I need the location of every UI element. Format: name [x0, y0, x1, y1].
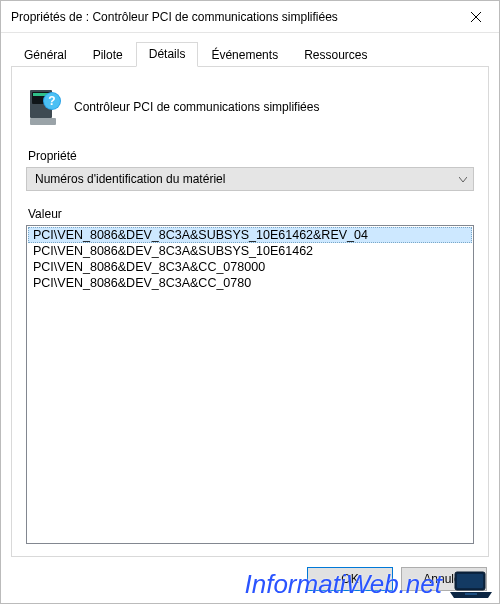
device-header: ? Contrôleur PCI de communications simpl… [28, 87, 472, 127]
close-icon [471, 12, 481, 22]
property-combobox[interactable]: Numéros d'identification du matériel [26, 167, 474, 191]
device-icon: ? [28, 87, 62, 127]
list-item[interactable]: PCI\VEN_8086&DEV_8C3A&SUBSYS_10E61462&RE… [28, 227, 472, 243]
list-item[interactable]: PCI\VEN_8086&DEV_8C3A&SUBSYS_10E61462 [28, 243, 472, 259]
svg-text:?: ? [48, 94, 55, 108]
property-label: Propriété [28, 149, 474, 163]
client-area: Général Pilote Détails Événements Ressou… [1, 33, 499, 603]
chevron-down-icon [459, 172, 467, 186]
close-button[interactable] [453, 1, 499, 32]
tab-general[interactable]: Général [11, 43, 80, 67]
property-selected-value: Numéros d'identification du matériel [35, 172, 225, 186]
ok-button[interactable]: OK [307, 567, 393, 591]
list-item[interactable]: PCI\VEN_8086&DEV_8C3A&CC_0780 [28, 275, 472, 291]
tab-driver[interactable]: Pilote [80, 43, 136, 67]
tab-page-details: ? Contrôleur PCI de communications simpl… [11, 66, 489, 557]
window-title: Propriétés de : Contrôleur PCI de commun… [11, 10, 453, 24]
value-label: Valeur [28, 207, 474, 221]
device-name: Contrôleur PCI de communications simplif… [74, 100, 319, 114]
tab-resources[interactable]: Ressources [291, 43, 380, 67]
list-item[interactable]: PCI\VEN_8086&DEV_8C3A&CC_078000 [28, 259, 472, 275]
properties-dialog: Propriétés de : Contrôleur PCI de commun… [0, 0, 500, 604]
tab-details[interactable]: Détails [136, 42, 199, 67]
cancel-button[interactable]: Annuler [401, 567, 487, 591]
tab-strip: Général Pilote Détails Événements Ressou… [11, 41, 489, 66]
dialog-buttons: OK Annuler [11, 557, 489, 593]
tab-events[interactable]: Événements [198, 43, 291, 67]
titlebar: Propriétés de : Contrôleur PCI de commun… [1, 1, 499, 33]
value-listbox[interactable]: PCI\VEN_8086&DEV_8C3A&SUBSYS_10E61462&RE… [26, 225, 474, 544]
svg-rect-5 [30, 118, 56, 125]
